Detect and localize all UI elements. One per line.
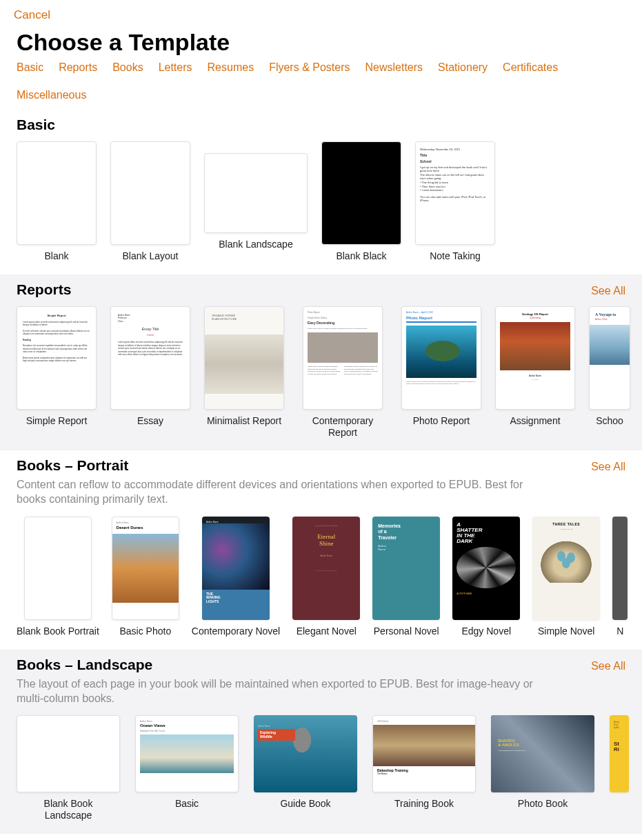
pn-t1: Memories — [378, 523, 401, 528]
template-simple-report[interactable]: Simple Report Lorem ipsum dolor sit amet… — [17, 306, 97, 439]
label-school-report: Schoo — [589, 415, 630, 427]
pb-sub: ARCHITECTURAL PHOTOGRAPHY — [498, 750, 526, 752]
label-blank: Blank — [44, 250, 68, 262]
thumb-blank-landscape — [204, 153, 308, 233]
category-tabs: Basic Reports Books Letters Resumes Flye… — [0, 61, 642, 110]
tab-flyers-posters[interactable]: Flyers & Posters — [269, 61, 350, 74]
label-photo-book: Photo Book — [518, 798, 568, 810]
template-blank[interactable]: Blank — [17, 141, 97, 262]
template-blank-layout[interactable]: Blank Layout — [110, 141, 190, 262]
template-school-report[interactable]: A Voyage to Author | Date Schoo — [589, 306, 630, 439]
template-blank-book-landscape[interactable]: Blank Book Landscape — [17, 715, 120, 821]
see-all-reports[interactable]: See All — [591, 285, 625, 297]
template-personal-novel[interactable]: Memoriesof aTraveler AuthorName Personal… — [372, 517, 440, 637]
tab-books[interactable]: Books — [112, 61, 143, 74]
tab-letters[interactable]: Letters — [159, 61, 192, 74]
cancel-button[interactable]: Cancel — [14, 8, 50, 21]
tb-sub: The Basics — [377, 772, 471, 775]
template-blank-black[interactable]: Blank Black — [321, 141, 401, 262]
template-basic-photo[interactable]: Author Name Desert Dunes Basic Photo — [112, 517, 179, 637]
template-edgy-novel[interactable]: ASHATTERIN THEDARK AUTHOR NAME Edgy Nove… — [452, 517, 520, 637]
template-contemporary-report[interactable]: Photo Report Simple Home Styling Easy De… — [298, 306, 388, 439]
note-line: The electric stairs are on the left so I… — [420, 173, 490, 181]
ed-auth: AUTHOR NAME — [457, 592, 516, 595]
section-title-books-portrait: Books – Portrait — [17, 457, 128, 474]
as-by: Author Name — [500, 374, 570, 377]
label-blank-book-portrait: Blank Book Portrait — [17, 626, 99, 637]
template-photo-report[interactable]: Author Name — April 8, 2022 Photo Report… — [401, 306, 481, 439]
template-elegant-novel[interactable]: Tap or click to add a heading EternalShi… — [292, 517, 360, 637]
template-basic-landscape[interactable]: Author Name Ocean Views Highlights From … — [135, 715, 239, 821]
template-blank-book-portrait[interactable]: Blank Book Portrait — [17, 517, 99, 637]
template-guide-book[interactable]: Author Name ExploringWildlife Guide Book — [254, 715, 357, 821]
template-minimalist-report[interactable]: ORGANIC FORMSIN ARCHITECTURE Minimalist … — [204, 306, 284, 439]
tab-basic[interactable]: Basic — [17, 61, 43, 74]
pn-a2: Name — [378, 548, 385, 551]
cr-l2: Easy Decorating — [308, 321, 378, 325]
template-essay[interactable]: Author NameProfessorClass Essay Title Su… — [110, 306, 190, 439]
en-tap: Tap or click to add a heading — [298, 525, 354, 527]
label-guide-book: Guide Book — [280, 798, 330, 810]
see-all-books-portrait[interactable]: See All — [591, 461, 625, 473]
tb-ed: 2024 Edition — [377, 720, 471, 723]
template-cut-landscape[interactable]: RecipSousby Au StRi — [610, 715, 629, 821]
label-essay: Essay — [137, 415, 163, 427]
thumb-assignment: Geology 101 Report Subheading Author Nam… — [495, 306, 575, 410]
pr-hd: Photo Report — [406, 316, 477, 320]
thumb-photo-book: SHAPES& ANGLES ARCHITECTURAL PHOTOGRAPHY — [491, 715, 594, 792]
section-desc-books-portrait: Content can reflow to accommodate differ… — [0, 478, 565, 512]
section-title-basic: Basic — [17, 117, 55, 133]
label-elegant-novel: Elegant Novel — [297, 626, 357, 637]
as-sub: Subheading — [500, 317, 570, 319]
tab-stationery[interactable]: Stationery — [438, 61, 488, 74]
thumb-elegant-novel: Tap or click to add a heading EternalShi… — [292, 517, 360, 620]
blb-auth: Author Name — [140, 720, 234, 723]
tab-resumes[interactable]: Resumes — [208, 61, 254, 74]
tab-reports[interactable]: Reports — [59, 61, 97, 74]
thumb-basic-landscape: Author Name Ocean Views Highlights From … — [135, 715, 239, 792]
section-desc-books-landscape: The layout of each page in your book wil… — [0, 677, 565, 712]
tab-newsletters[interactable]: Newsletters — [365, 61, 423, 74]
thumb-photo-report: Author Name — April 8, 2022 Photo Report… — [401, 306, 481, 410]
sc-hd: A Voyage to — [595, 312, 624, 317]
thumb-contemporary-novel: Author Name THEWAKINGLIGHTS — [202, 517, 270, 620]
bp-auth: Author Name — [117, 521, 174, 524]
label-basic-photo: Basic Photo — [119, 626, 171, 637]
cl-e: Ri — [614, 746, 619, 752]
bp-ttl: Desert Dunes — [117, 526, 174, 530]
note-line: I got up on my feet and destroyed the bo… — [420, 166, 490, 173]
template-cut-portrait[interactable]: N — [612, 517, 628, 637]
template-blank-landscape[interactable]: Blank Landscape — [204, 141, 308, 262]
thumb-blank-book-portrait — [24, 517, 92, 620]
template-contemporary-novel[interactable]: Author Name THEWAKINGLIGHTS Contemporary… — [192, 517, 280, 637]
see-all-books-landscape[interactable]: See All — [591, 660, 625, 672]
gb-t2: Wildlife — [260, 734, 272, 739]
template-photo-book[interactable]: SHAPES& ANGLES ARCHITECTURAL PHOTOGRAPHY… — [491, 715, 594, 821]
template-assignment[interactable]: Geology 101 Report Subheading Author Nam… — [495, 306, 575, 439]
ed-t4: DARK — [457, 538, 472, 544]
template-training-book[interactable]: 2024 Edition Bakeshop Training The Basic… — [372, 715, 476, 821]
as-hd: Geology 101 Report — [500, 312, 570, 316]
gb-auth: Author Name — [258, 725, 295, 728]
tab-miscellaneous[interactable]: Miscellaneous — [17, 89, 86, 101]
thumb-blank-black — [321, 141, 401, 245]
thumb-training-book: 2024 Edition Bakeshop Training The Basic… — [372, 715, 476, 792]
thumb-blank-layout — [110, 141, 190, 245]
cl-c: by Au — [614, 726, 619, 729]
template-note-taking[interactable]: Wednesday, November 10, 2021 Title Schoo… — [415, 141, 495, 262]
thumb-basic-photo: Author Name Desert Dunes — [112, 517, 179, 620]
template-simple-novel[interactable]: THREE TALES AUTHOR NAME Simple Novel — [532, 517, 600, 637]
label-simple-novel: Simple Novel — [538, 626, 594, 637]
label-assignment: Assignment — [510, 415, 560, 427]
note-bullet: One thing led to more — [422, 181, 448, 184]
en-sub: Tap or click to add a subtitle — [298, 570, 354, 572]
en-auth: Author Name — [298, 554, 354, 557]
blb-sub: Highlights From My Travels — [140, 730, 234, 732]
tab-certificates[interactable]: Certificates — [503, 61, 558, 74]
thumb-note-taking: Wednesday, November 10, 2021 Title Schoo… — [415, 141, 495, 245]
note-foot: You can also add notes with your iPad, i… — [420, 195, 490, 203]
en-t1: Eternal — [317, 533, 335, 540]
mr-l2: IN ARCHITECTURE — [212, 317, 237, 321]
label-cut-portrait: N — [612, 626, 628, 637]
sn-ttl: THREE TALES — [536, 522, 596, 526]
